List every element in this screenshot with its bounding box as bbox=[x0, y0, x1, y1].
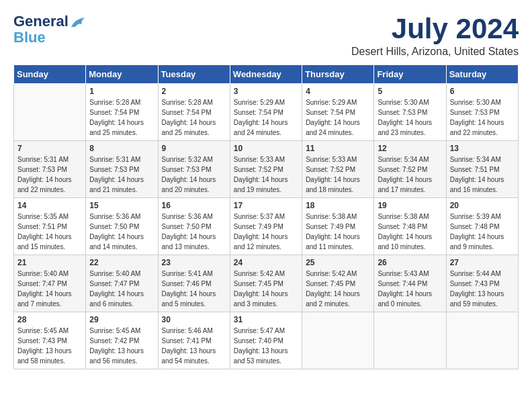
day-number: 3 bbox=[234, 87, 298, 96]
day-number: 4 bbox=[306, 87, 370, 96]
day-info: Sunrise: 5:40 AM Sunset: 7:47 PM Dayligh… bbox=[17, 269, 82, 309]
day-number: 24 bbox=[234, 258, 298, 267]
calendar-cell: 15Sunrise: 5:36 AM Sunset: 7:50 PM Dayli… bbox=[86, 198, 158, 255]
week-row-4: 21Sunrise: 5:40 AM Sunset: 7:47 PM Dayli… bbox=[14, 255, 519, 312]
day-number: 16 bbox=[162, 201, 226, 210]
calendar-cell bbox=[446, 312, 518, 369]
day-number: 8 bbox=[89, 144, 154, 153]
calendar-cell: 29Sunrise: 5:45 AM Sunset: 7:42 PM Dayli… bbox=[86, 312, 158, 369]
logo-blue: Blue bbox=[13, 29, 46, 46]
day-info: Sunrise: 5:42 AM Sunset: 7:45 PM Dayligh… bbox=[234, 269, 298, 309]
day-info: Sunrise: 5:46 AM Sunset: 7:41 PM Dayligh… bbox=[162, 326, 226, 366]
day-number: 9 bbox=[162, 144, 226, 153]
title-area: July 2024 Desert Hills, Arizona, United … bbox=[351, 13, 519, 58]
day-info: Sunrise: 5:43 AM Sunset: 7:44 PM Dayligh… bbox=[378, 269, 442, 309]
day-number: 2 bbox=[162, 87, 226, 96]
logo-text: GeneralBlue bbox=[13, 13, 69, 46]
week-row-3: 14Sunrise: 5:35 AM Sunset: 7:51 PM Dayli… bbox=[14, 198, 519, 255]
day-info: Sunrise: 5:29 AM Sunset: 7:54 PM Dayligh… bbox=[306, 97, 370, 138]
day-number: 5 bbox=[378, 87, 442, 96]
calendar-cell: 3Sunrise: 5:29 AM Sunset: 7:54 PM Daylig… bbox=[230, 84, 302, 141]
calendar-cell: 18Sunrise: 5:38 AM Sunset: 7:49 PM Dayli… bbox=[302, 198, 374, 255]
day-number: 1 bbox=[89, 87, 154, 96]
day-info: Sunrise: 5:28 AM Sunset: 7:54 PM Dayligh… bbox=[162, 97, 226, 138]
day-number: 12 bbox=[378, 144, 442, 153]
day-info: Sunrise: 5:37 AM Sunset: 7:49 PM Dayligh… bbox=[234, 212, 298, 252]
calendar-cell: 30Sunrise: 5:46 AM Sunset: 7:41 PM Dayli… bbox=[158, 312, 230, 369]
day-number: 13 bbox=[450, 144, 515, 153]
day-number: 21 bbox=[17, 258, 82, 267]
calendar-cell: 7Sunrise: 5:31 AM Sunset: 7:53 PM Daylig… bbox=[14, 141, 86, 198]
calendar-cell: 27Sunrise: 5:44 AM Sunset: 7:43 PM Dayli… bbox=[446, 255, 518, 312]
day-info: Sunrise: 5:35 AM Sunset: 7:51 PM Dayligh… bbox=[17, 212, 82, 252]
calendar-cell: 21Sunrise: 5:40 AM Sunset: 7:47 PM Dayli… bbox=[14, 255, 86, 312]
calendar-cell: 12Sunrise: 5:34 AM Sunset: 7:52 PM Dayli… bbox=[374, 141, 446, 198]
month-title: July 2024 bbox=[351, 13, 519, 44]
day-info: Sunrise: 5:31 AM Sunset: 7:53 PM Dayligh… bbox=[89, 154, 154, 195]
day-number: 18 bbox=[306, 201, 370, 210]
day-info: Sunrise: 5:45 AM Sunset: 7:43 PM Dayligh… bbox=[17, 326, 82, 366]
calendar-cell: 10Sunrise: 5:33 AM Sunset: 7:52 PM Dayli… bbox=[230, 141, 302, 198]
day-number: 22 bbox=[89, 258, 154, 267]
calendar-table: SundayMondayTuesdayWednesdayThursdayFrid… bbox=[13, 64, 519, 369]
day-info: Sunrise: 5:33 AM Sunset: 7:52 PM Dayligh… bbox=[306, 154, 370, 195]
day-header-wednesday: Wednesday bbox=[230, 65, 302, 84]
calendar-cell: 20Sunrise: 5:39 AM Sunset: 7:48 PM Dayli… bbox=[446, 198, 518, 255]
day-header-saturday: Saturday bbox=[446, 65, 518, 84]
logo-bird-icon bbox=[70, 17, 85, 30]
day-info: Sunrise: 5:36 AM Sunset: 7:50 PM Dayligh… bbox=[89, 212, 154, 252]
calendar-cell: 4Sunrise: 5:29 AM Sunset: 7:54 PM Daylig… bbox=[302, 84, 374, 141]
calendar-cell: 23Sunrise: 5:41 AM Sunset: 7:46 PM Dayli… bbox=[158, 255, 230, 312]
calendar-cell: 11Sunrise: 5:33 AM Sunset: 7:52 PM Dayli… bbox=[302, 141, 374, 198]
calendar-cell: 16Sunrise: 5:36 AM Sunset: 7:50 PM Dayli… bbox=[158, 198, 230, 255]
page-header: GeneralBlue July 2024 Desert Hills, Ariz… bbox=[13, 13, 519, 58]
day-info: Sunrise: 5:42 AM Sunset: 7:45 PM Dayligh… bbox=[306, 269, 370, 309]
day-number: 19 bbox=[378, 201, 442, 210]
calendar-cell: 5Sunrise: 5:30 AM Sunset: 7:53 PM Daylig… bbox=[374, 84, 446, 141]
day-info: Sunrise: 5:29 AM Sunset: 7:54 PM Dayligh… bbox=[234, 97, 298, 138]
day-header-friday: Friday bbox=[374, 65, 446, 84]
day-info: Sunrise: 5:36 AM Sunset: 7:50 PM Dayligh… bbox=[162, 212, 226, 252]
day-info: Sunrise: 5:45 AM Sunset: 7:42 PM Dayligh… bbox=[89, 326, 154, 366]
calendar-cell: 1Sunrise: 5:28 AM Sunset: 7:54 PM Daylig… bbox=[86, 84, 158, 141]
day-info: Sunrise: 5:38 AM Sunset: 7:49 PM Dayligh… bbox=[306, 212, 370, 252]
day-info: Sunrise: 5:38 AM Sunset: 7:48 PM Dayligh… bbox=[378, 212, 442, 252]
calendar-cell: 31Sunrise: 5:47 AM Sunset: 7:40 PM Dayli… bbox=[230, 312, 302, 369]
day-info: Sunrise: 5:30 AM Sunset: 7:53 PM Dayligh… bbox=[378, 97, 442, 138]
location-text: Desert Hills, Arizona, United States bbox=[351, 46, 519, 58]
day-header-tuesday: Tuesday bbox=[158, 65, 230, 84]
day-info: Sunrise: 5:41 AM Sunset: 7:46 PM Dayligh… bbox=[162, 269, 226, 309]
day-header-thursday: Thursday bbox=[302, 65, 374, 84]
calendar-cell: 17Sunrise: 5:37 AM Sunset: 7:49 PM Dayli… bbox=[230, 198, 302, 255]
calendar-cell: 24Sunrise: 5:42 AM Sunset: 7:45 PM Dayli… bbox=[230, 255, 302, 312]
day-header-monday: Monday bbox=[86, 65, 158, 84]
day-number: 20 bbox=[450, 201, 515, 210]
calendar-cell: 28Sunrise: 5:45 AM Sunset: 7:43 PM Dayli… bbox=[14, 312, 86, 369]
day-info: Sunrise: 5:28 AM Sunset: 7:54 PM Dayligh… bbox=[89, 97, 154, 138]
header-row: SundayMondayTuesdayWednesdayThursdayFrid… bbox=[14, 65, 519, 84]
logo: GeneralBlue bbox=[13, 13, 85, 46]
calendar-cell: 8Sunrise: 5:31 AM Sunset: 7:53 PM Daylig… bbox=[86, 141, 158, 198]
day-number: 28 bbox=[17, 315, 82, 324]
day-number: 6 bbox=[450, 87, 515, 96]
day-info: Sunrise: 5:33 AM Sunset: 7:52 PM Dayligh… bbox=[234, 154, 298, 195]
calendar-cell bbox=[374, 312, 446, 369]
week-row-5: 28Sunrise: 5:45 AM Sunset: 7:43 PM Dayli… bbox=[14, 312, 519, 369]
calendar-cell: 22Sunrise: 5:40 AM Sunset: 7:47 PM Dayli… bbox=[86, 255, 158, 312]
day-number: 31 bbox=[234, 315, 298, 324]
day-number: 26 bbox=[378, 258, 442, 267]
day-number: 17 bbox=[234, 201, 298, 210]
day-number: 14 bbox=[17, 201, 82, 210]
calendar-cell: 19Sunrise: 5:38 AM Sunset: 7:48 PM Dayli… bbox=[374, 198, 446, 255]
day-info: Sunrise: 5:31 AM Sunset: 7:53 PM Dayligh… bbox=[17, 154, 82, 195]
calendar-cell: 2Sunrise: 5:28 AM Sunset: 7:54 PM Daylig… bbox=[158, 84, 230, 141]
calendar-cell bbox=[14, 84, 86, 141]
calendar-cell bbox=[302, 312, 374, 369]
calendar-cell: 13Sunrise: 5:34 AM Sunset: 7:51 PM Dayli… bbox=[446, 141, 518, 198]
day-number: 27 bbox=[450, 258, 515, 267]
calendar-cell: 25Sunrise: 5:42 AM Sunset: 7:45 PM Dayli… bbox=[302, 255, 374, 312]
calendar-cell: 26Sunrise: 5:43 AM Sunset: 7:44 PM Dayli… bbox=[374, 255, 446, 312]
day-info: Sunrise: 5:34 AM Sunset: 7:51 PM Dayligh… bbox=[450, 154, 515, 195]
day-number: 7 bbox=[17, 144, 82, 153]
day-number: 23 bbox=[162, 258, 226, 267]
